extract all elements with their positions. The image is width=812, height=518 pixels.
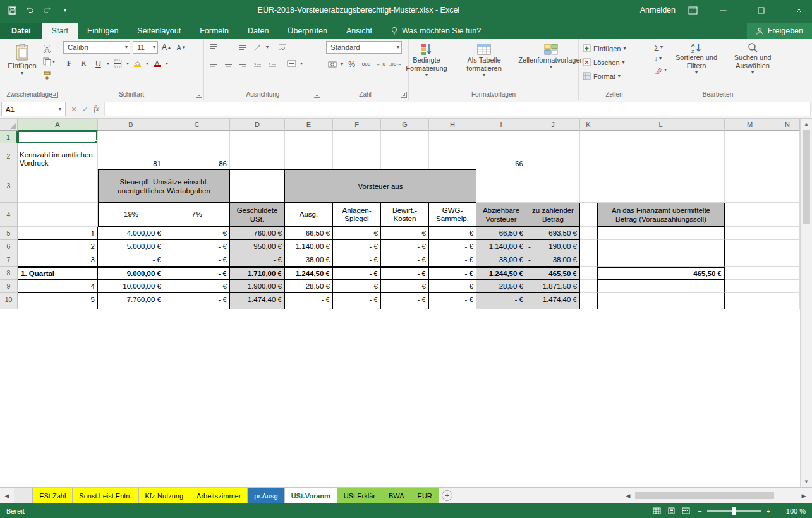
col-header-D[interactable]: D [230, 119, 285, 131]
tab-formeln[interactable]: Formeln [190, 23, 238, 39]
cell-N5[interactable] [775, 227, 800, 240]
cell-N9[interactable] [775, 280, 800, 293]
cell-E3[interactable]: Vorsteuer aus [285, 169, 476, 203]
cell-A3[interactable] [18, 169, 98, 203]
cell-K3[interactable] [580, 169, 597, 203]
cell-A5[interactable]: 1 [18, 227, 98, 240]
cell-G6[interactable]: - € [381, 240, 429, 253]
cell-B8[interactable]: 9.000,00 € [98, 267, 164, 280]
cell-M9[interactable] [725, 280, 775, 293]
row-header-9[interactable]: 9 [0, 280, 18, 293]
cell-I2[interactable]: 66 [476, 143, 526, 169]
percent-style-button[interactable]: % [346, 58, 358, 70]
cell-D2[interactable] [230, 143, 285, 169]
format-painter-button[interactable] [43, 70, 55, 80]
orientation-icon[interactable] [251, 41, 264, 53]
cell-J6[interactable]: -190,00 € [526, 240, 580, 253]
cell-C8[interactable]: - € [164, 267, 230, 280]
cell-H5[interactable]: - € [429, 227, 476, 240]
cell-L9[interactable] [597, 280, 725, 293]
col-header-C[interactable]: C [164, 119, 230, 131]
vertical-scrollbar[interactable]: ▲ ▼ [800, 119, 812, 487]
sheet-tab-ust-erklär[interactable]: USt.Erklär [337, 488, 382, 503]
cell-F9[interactable]: - € [333, 280, 381, 293]
cell-F1[interactable] [333, 131, 381, 143]
bold-button[interactable]: F [63, 57, 75, 69]
undo-icon[interactable] [24, 4, 35, 16]
col-header-I[interactable]: I [476, 119, 526, 131]
format-cells-button[interactable]: Format▾ [583, 70, 621, 82]
sheet-tab--[interactable]: ... [14, 488, 33, 503]
insert-cells-button[interactable]: Einfügen▾ [583, 42, 626, 54]
cell-D4[interactable]: Geschuldete USt. [230, 203, 285, 227]
cell-D9[interactable]: 1.900,00 € [230, 280, 285, 293]
cell-K4[interactable] [580, 203, 597, 227]
cell-F7[interactable]: - € [333, 253, 381, 267]
cell-M6[interactable] [725, 240, 775, 253]
cell-N10[interactable] [775, 293, 800, 306]
cell-N3[interactable] [775, 169, 800, 203]
align-middle-icon[interactable] [222, 41, 234, 53]
zoom-slider-thumb[interactable] [732, 507, 736, 515]
autosum-button[interactable]: Σ▾ [654, 42, 667, 52]
align-bottom-icon[interactable] [237, 41, 249, 53]
number-format-select[interactable]: Standard▾ [326, 41, 402, 54]
cell-I3[interactable] [476, 169, 526, 203]
cell-A1[interactable] [18, 131, 98, 143]
save-icon[interactable] [6, 4, 18, 16]
cell-E1[interactable] [285, 131, 333, 143]
cell-B3[interactable]: Steuerpfl. Umsätze einschl. unentgeltlic… [98, 169, 230, 203]
cancel-entry-icon[interactable]: ✕ [71, 105, 77, 114]
insert-function-icon[interactable]: fx [94, 104, 99, 114]
cell-C1[interactable] [164, 131, 230, 143]
cell-C7[interactable]: - € [164, 253, 230, 267]
font-name-select[interactable]: Calibri▾ [63, 41, 130, 54]
col-header-N[interactable]: N [775, 119, 800, 131]
cell-M5[interactable] [725, 227, 775, 240]
hscroll-right-icon[interactable]: ▶ [797, 493, 811, 499]
cell-J4[interactable]: zu zahlender Betrag [526, 203, 580, 227]
cell-M10[interactable] [725, 293, 775, 306]
cell-N6[interactable] [775, 240, 800, 253]
cell-K9[interactable] [580, 280, 597, 293]
tell-me-box[interactable]: Was möchten Sie tun? [382, 23, 490, 39]
zoom-in-icon[interactable]: + [767, 507, 770, 515]
cell-J8[interactable]: 465,50 € [526, 267, 580, 280]
cell-N7[interactable] [775, 253, 800, 267]
cell-B4[interactable]: 19% [98, 203, 164, 227]
sheet-tab-kfz-nutzung[interactable]: Kfz-Nutzung [139, 488, 191, 503]
cell-G8[interactable]: - € [381, 267, 429, 280]
cell-L2[interactable] [597, 143, 725, 169]
tab-datei[interactable]: Datei [0, 23, 42, 39]
cell-A2[interactable]: Kennzahl im amtlichen Vordruck [18, 143, 98, 169]
cell-I1[interactable] [476, 131, 526, 143]
cell-K6[interactable] [580, 240, 597, 253]
cell-M1[interactable] [725, 131, 775, 143]
copy-button[interactable]: ▾ [43, 57, 55, 67]
minimize-button[interactable] [710, 0, 736, 20]
cell-M2[interactable] [725, 143, 775, 169]
cell-M4[interactable] [725, 203, 775, 227]
cell-G9[interactable]: - € [381, 280, 429, 293]
cell-B9[interactable]: 10.000,00 € [98, 280, 164, 293]
cell-E8[interactable]: 1.244,50 € [285, 267, 333, 280]
cell-I9[interactable]: 28,50 € [476, 280, 526, 293]
italic-button[interactable]: K [78, 57, 90, 69]
select-all-corner[interactable] [0, 119, 18, 131]
row-header-8[interactable]: 8 [0, 267, 18, 280]
cell-J5[interactable]: 693,50 € [526, 227, 580, 240]
zoom-out-icon[interactable]: − [698, 507, 701, 515]
sign-in-link[interactable]: Anmelden [640, 6, 676, 15]
cell-L3[interactable] [597, 169, 725, 203]
cell-C10[interactable]: - € [164, 293, 230, 306]
cell-L5[interactable] [597, 227, 725, 240]
cell-M8[interactable] [725, 267, 775, 280]
cell-L8[interactable]: 465,50 € [597, 267, 725, 280]
col-header-M[interactable]: M [725, 119, 775, 131]
cell-N4[interactable] [775, 203, 800, 227]
cell-E6[interactable]: 1.140,00 € [285, 240, 333, 253]
cell-J9[interactable]: 1.871,50 € [526, 280, 580, 293]
cell-L10[interactable] [597, 293, 725, 306]
page-layout-view-icon[interactable] [667, 507, 676, 514]
fill-button[interactable]: ↓▾ [654, 54, 667, 64]
